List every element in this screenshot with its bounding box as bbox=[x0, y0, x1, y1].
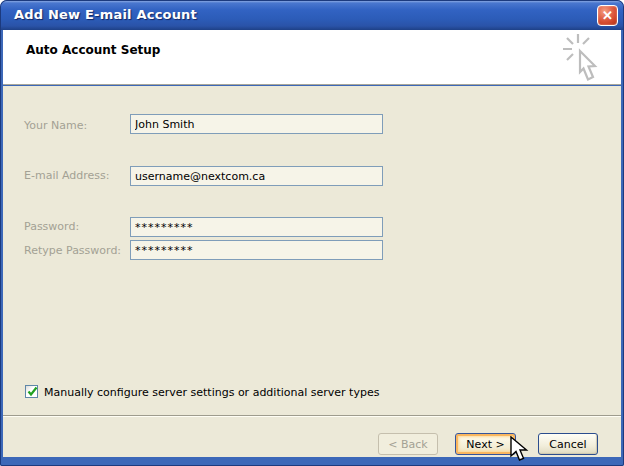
password-label: Password: bbox=[24, 220, 79, 233]
next-button[interactable]: Next > bbox=[455, 433, 516, 455]
your-name-input[interactable] bbox=[130, 114, 383, 134]
manual-config-checkbox[interactable] bbox=[25, 385, 38, 398]
button-row-divider bbox=[3, 415, 621, 417]
wizard-header: Auto Account Setup bbox=[3, 30, 621, 85]
cancel-button[interactable]: Cancel bbox=[538, 433, 598, 455]
titlebar[interactable]: Add New E-mail Account ✕ bbox=[1, 1, 623, 30]
add-email-account-dialog: Add New E-mail Account ✕ Auto Account Se… bbox=[0, 0, 624, 466]
window-title: Add New E-mail Account bbox=[14, 7, 197, 22]
close-icon: ✕ bbox=[602, 8, 613, 23]
click-sparkle-cursor-icon bbox=[559, 33, 611, 91]
retype-password-input[interactable] bbox=[130, 240, 383, 260]
dialog-body: Your Name: E-mail Address: Password: Ret… bbox=[3, 86, 621, 457]
password-input[interactable] bbox=[130, 217, 383, 237]
retype-password-label: Retype Password: bbox=[24, 244, 121, 257]
checkmark-icon bbox=[26, 385, 39, 398]
your-name-label: Your Name: bbox=[24, 119, 87, 132]
manual-config-checkbox-label[interactable]: Manually configure server settings or ad… bbox=[44, 386, 379, 399]
page-title: Auto Account Setup bbox=[26, 43, 160, 57]
email-address-input[interactable] bbox=[130, 166, 383, 186]
back-button[interactable]: < Back bbox=[378, 433, 438, 455]
close-button[interactable]: ✕ bbox=[597, 5, 618, 26]
email-address-label: E-mail Address: bbox=[24, 169, 110, 182]
